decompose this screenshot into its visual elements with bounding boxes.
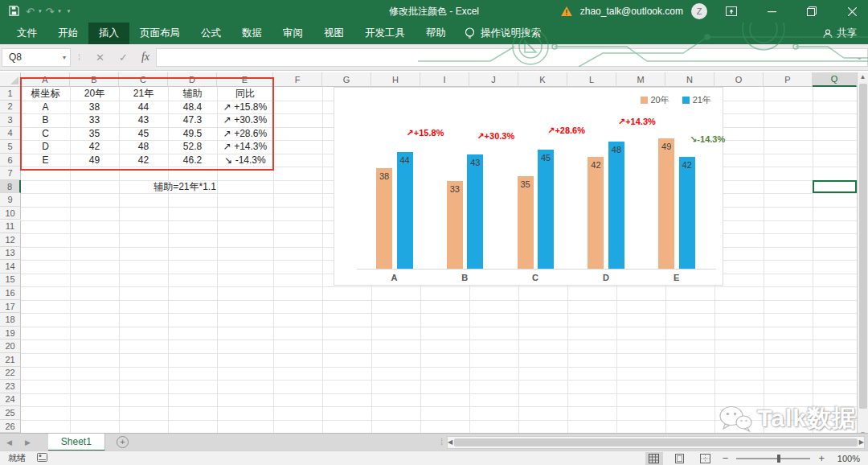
row-header-14[interactable]: 14	[0, 260, 21, 274]
row-header-16[interactable]: 16	[0, 286, 21, 300]
account-email[interactable]: zhao_talk@outlook.com	[580, 6, 683, 17]
page-break-view-icon[interactable]	[697, 452, 714, 465]
bar-21-B[interactable]	[467, 154, 483, 269]
column-header-F[interactable]: F	[273, 72, 322, 87]
scroll-up-icon[interactable]: ▲	[858, 72, 868, 82]
bar-21-A[interactable]	[397, 152, 413, 269]
row-header-25[interactable]: 25	[0, 406, 21, 420]
column-header-M[interactable]: M	[616, 72, 665, 87]
ribbon-tab-开发工具[interactable]: 开发工具	[354, 23, 416, 44]
row-header-3[interactable]: 3	[0, 113, 21, 127]
bar-20-A[interactable]	[376, 168, 392, 269]
bar-21-C[interactable]	[538, 150, 554, 270]
row-header-8[interactable]: 8	[0, 180, 21, 194]
row-header-21[interactable]: 21	[0, 353, 21, 367]
row-header-20[interactable]: 20	[0, 339, 21, 353]
column-header-G[interactable]: G	[322, 72, 371, 87]
horizontal-scrollbar[interactable]: ◀ ▶	[447, 436, 865, 449]
row-header-1[interactable]: 1	[0, 87, 21, 101]
macro-record-icon[interactable]	[37, 453, 47, 463]
column-header-J[interactable]: J	[469, 72, 518, 87]
bar-20-B[interactable]	[447, 181, 463, 269]
row-header-4[interactable]: 4	[0, 127, 21, 141]
bar-20-C[interactable]	[518, 176, 534, 270]
warning-icon[interactable]	[561, 6, 572, 16]
formula-bar-expand-icon[interactable]: ⌄	[856, 53, 862, 61]
ribbon-tab-数据[interactable]: 数据	[231, 23, 272, 44]
row-header-10[interactable]: 10	[0, 207, 21, 220]
row-header-15[interactable]: 15	[0, 274, 21, 287]
zoom-level[interactable]: 100%	[833, 454, 860, 463]
zoom-slider[interactable]	[736, 458, 810, 459]
undo-dropdown-icon[interactable]: ▾	[39, 8, 42, 14]
restore-icon[interactable]	[796, 0, 828, 23]
tell-me-search[interactable]: 操作说明搜索	[465, 27, 541, 40]
row-header-6[interactable]: 6	[0, 154, 21, 167]
zoom-slider-thumb[interactable]	[777, 455, 780, 463]
ribbon-tab-插入[interactable]: 插入	[88, 23, 129, 44]
formula-bar-splitter[interactable]: ⁞	[71, 52, 88, 62]
sheet-nav-right-icon[interactable]: ▶	[18, 438, 37, 446]
row-header-23[interactable]: 23	[0, 380, 21, 393]
column-header-L[interactable]: L	[567, 72, 616, 87]
column-header-O[interactable]: O	[714, 72, 764, 87]
insert-function-icon[interactable]: fx	[135, 51, 156, 64]
legend-item-20年[interactable]: 20年	[641, 94, 669, 106]
ribbon-tab-文件[interactable]: 文件	[6, 23, 47, 44]
row-header-24[interactable]: 24	[0, 393, 21, 407]
scroll-right-icon[interactable]: ▶	[859, 438, 864, 447]
column-header-P[interactable]: P	[764, 72, 813, 87]
name-box-dropdown-icon[interactable]: ▾	[63, 54, 66, 61]
qat-customize-icon[interactable]: ▾	[68, 8, 71, 14]
bar-21-E[interactable]	[679, 157, 695, 269]
zoom-out-icon[interactable]: −	[723, 452, 729, 464]
row-header-19[interactable]: 19	[0, 327, 21, 340]
redo-icon[interactable]: ↷	[43, 6, 56, 17]
ribbon-tab-开始[interactable]: 开始	[47, 23, 88, 44]
confirm-entry-icon[interactable]: ✓	[112, 51, 135, 64]
row-header-7[interactable]: 7	[0, 167, 21, 180]
ribbon-options-icon[interactable]	[715, 0, 747, 23]
vertical-scrollbar[interactable]: ▲ ▼	[857, 72, 868, 440]
ribbon-tab-公式[interactable]: 公式	[190, 23, 231, 44]
column-header-K[interactable]: K	[518, 72, 567, 87]
add-sheet-icon[interactable]: +	[117, 436, 129, 448]
ribbon-tab-视图[interactable]: 视图	[313, 23, 354, 44]
row-header-13[interactable]: 13	[0, 247, 21, 261]
vertical-scroll-thumb[interactable]	[859, 84, 867, 409]
share-button[interactable]: 共享	[823, 27, 857, 40]
bar-20-E[interactable]	[658, 138, 674, 269]
name-box[interactable]: Q8 ▾	[2, 48, 71, 67]
row-header-18[interactable]: 18	[0, 313, 21, 327]
row-header-5[interactable]: 5	[0, 140, 21, 154]
grid-view-icon[interactable]	[645, 452, 663, 465]
active-cell-q8[interactable]	[813, 180, 857, 194]
redo-dropdown-icon[interactable]: ▾	[58, 8, 61, 14]
select-all-corner[interactable]	[0, 72, 21, 87]
row-header-17[interactable]: 17	[0, 300, 21, 314]
undo-icon[interactable]: ↶	[23, 6, 37, 17]
zoom-in-icon[interactable]: +	[818, 452, 825, 464]
row-header-22[interactable]: 22	[0, 367, 21, 381]
formula-input[interactable]: ⌄	[156, 48, 868, 67]
row-header-11[interactable]: 11	[0, 220, 21, 234]
avatar[interactable]: Z	[691, 3, 707, 19]
page-layout-view-icon[interactable]	[671, 452, 689, 465]
bar-20-D[interactable]	[588, 157, 604, 269]
row-header-26[interactable]: 26	[0, 420, 21, 433]
sheet-tab-sheet1[interactable]: Sheet1	[48, 434, 105, 451]
cancel-entry-icon[interactable]: ✕	[88, 51, 112, 64]
column-header-H[interactable]: H	[371, 72, 420, 87]
ribbon-tab-页面布局[interactable]: 页面布局	[129, 23, 190, 44]
ribbon-tab-帮助[interactable]: 帮助	[416, 23, 457, 44]
scroll-left-icon[interactable]: ◀	[448, 438, 452, 447]
ribbon-tab-审阅[interactable]: 审阅	[272, 23, 313, 44]
hscroll-splitter[interactable]: ⁞	[440, 438, 444, 446]
bar-chart[interactable]: 20年21年 3844↗+15.8%A3343↗+30.3%B3545↗+28.…	[334, 87, 723, 286]
row-header-2[interactable]: 2	[0, 101, 21, 114]
bar-21-D[interactable]	[608, 142, 624, 269]
row-header-12[interactable]: 12	[0, 233, 21, 247]
column-header-I[interactable]: I	[420, 72, 469, 87]
row-header-9[interactable]: 9	[0, 193, 21, 207]
helper-note[interactable]: 辅助=21年*1.1	[121, 180, 249, 194]
